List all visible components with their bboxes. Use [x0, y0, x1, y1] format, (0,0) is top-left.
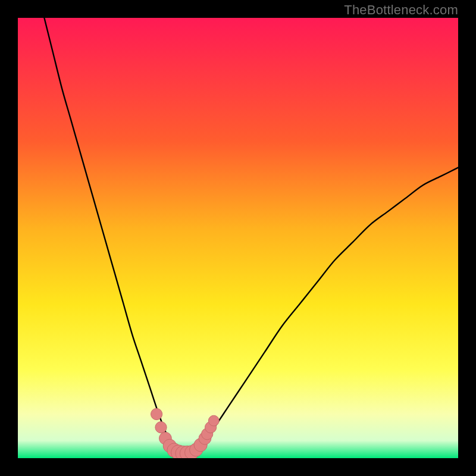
data-marker [151, 408, 162, 419]
data-marker [155, 422, 167, 433]
bottleneck-chart [18, 18, 458, 458]
watermark-text: TheBottleneck.com [344, 2, 458, 18]
chart-frame [18, 18, 458, 458]
data-marker [208, 415, 219, 426]
